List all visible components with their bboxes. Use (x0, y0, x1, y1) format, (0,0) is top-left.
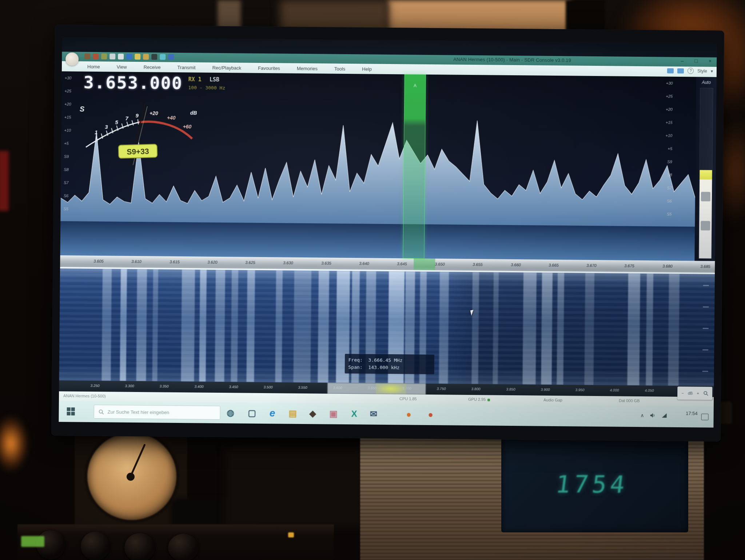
s-meter-s-label: S (80, 105, 85, 113)
window-title: ANAN Hermes (10-500) - Main - SDR Consol… (453, 57, 571, 63)
db-scale-label: +25 (64, 89, 71, 93)
quick-icon-9[interactable] (151, 54, 157, 60)
freq-tick: 3.675 (624, 264, 635, 268)
rx-filter[interactable]: 100 - 3000 Hz (188, 85, 225, 91)
rx-info: RX 1LSB 100 - 3000 Hz (188, 76, 225, 91)
waterfall-streak (294, 271, 311, 383)
minimize-icon[interactable]: – (681, 58, 684, 64)
menu-item-memories[interactable]: Memories (297, 65, 318, 71)
band-tick: 3.950 (575, 388, 585, 392)
menu-item-home[interactable]: Home (87, 64, 100, 69)
quick-icon-6[interactable] (126, 54, 132, 60)
app-logo-icon[interactable] (65, 52, 79, 65)
edge-icon[interactable]: e (266, 407, 279, 419)
magnifier-icon[interactable] (703, 391, 708, 396)
layout-icon-2[interactable] (677, 68, 684, 73)
tuning-marker-label: A (405, 83, 426, 88)
quick-icon-7[interactable] (135, 54, 140, 60)
menu-item-help[interactable]: Help (362, 66, 372, 72)
menu-item-receive[interactable]: Receive (144, 64, 161, 70)
range-slider-thumb[interactable] (699, 170, 712, 259)
window-controls[interactable]: – □ × (681, 58, 712, 64)
excel-icon[interactable]: X (348, 408, 360, 420)
menu-item-favourites[interactable]: Favourites (258, 65, 280, 71)
search-icon (99, 409, 104, 415)
maximize-icon[interactable]: □ (694, 58, 698, 64)
range-slider[interactable] (698, 88, 713, 259)
system-tray[interactable]: ∧ (640, 412, 667, 419)
db-scale-label: +15 (666, 120, 673, 125)
quick-icon-1[interactable] (84, 53, 90, 59)
gimp-icon[interactable]: ◆ (307, 407, 319, 420)
quick-icon-4[interactable] (109, 53, 115, 59)
quick-access-toolbar[interactable] (84, 53, 174, 60)
taskbar-search[interactable]: Zur Suche Text hier eingeben (94, 405, 220, 420)
quick-icon-3[interactable] (101, 53, 107, 59)
freq-tick: 3.650 (435, 262, 445, 266)
band-tick: 3.900 (541, 388, 550, 392)
freq-tick: 3.680 (662, 264, 673, 268)
chevron-down-icon: ▾ (711, 68, 713, 73)
menu-item-tools[interactable]: Tools (334, 66, 345, 71)
waterfall-streak (136, 269, 147, 381)
menu-item-rec-playback[interactable]: Rec/Playback (212, 65, 242, 71)
action-center-icon[interactable] (701, 414, 709, 420)
clock-radio-time: 1754 (554, 471, 630, 499)
layout-icon[interactable] (667, 68, 674, 73)
waterfall-streak (668, 274, 679, 386)
zoom-toolbox[interactable]: − dB + (677, 387, 712, 400)
menu-item-view[interactable]: View (117, 64, 127, 69)
explorer-icon[interactable]: ▤ (287, 407, 299, 420)
chevron-up-icon[interactable]: ∧ (640, 412, 644, 418)
quick-icon-5[interactable] (118, 54, 124, 60)
taskview-icon[interactable]: ▢ (246, 407, 258, 419)
db-scale-button[interactable]: dB (688, 391, 693, 395)
db-scale-label: S6 (665, 199, 672, 203)
quick-icon-8[interactable] (143, 54, 149, 60)
waterfall-display[interactable]: Freq: 3.666.45 MHz Span: 143.000 kHz (59, 268, 715, 386)
monitor-screen: ANAN Hermes (10-500) - Main - SDR Consol… (59, 37, 717, 428)
clock-radio-display: 1754 (501, 431, 688, 532)
network-icon[interactable] (662, 413, 667, 418)
freq-tick: 3.685 (700, 264, 710, 269)
waterfall-streak (523, 272, 537, 384)
db-scale-label: S6 (64, 193, 71, 198)
menu-right-tools[interactable]: ? Style ▾ (667, 68, 713, 74)
frequency-readout[interactable]: 3.653.000 (83, 72, 183, 93)
style-menu[interactable]: Style (697, 68, 707, 73)
zoom-in-icon[interactable]: + (697, 391, 699, 395)
quick-icon-2[interactable] (93, 53, 99, 59)
band-tick: 3.750 (437, 387, 446, 391)
waterfall-streak (231, 270, 238, 382)
spectrum-controls-column: Auto (694, 77, 716, 261)
quick-icon-10[interactable] (160, 54, 166, 60)
svg-text:1: 1 (95, 129, 97, 135)
db-scale-label: +15 (64, 115, 71, 119)
firefox-icon[interactable]: ● (403, 408, 415, 420)
quick-icon-11[interactable] (168, 54, 174, 60)
taskbar-clock[interactable]: 17:54 (686, 411, 698, 416)
mail-icon[interactable]: ✉ (367, 408, 380, 420)
orange-lamp (0, 415, 29, 473)
photos-icon[interactable]: ▣ (327, 408, 340, 420)
freq-tick: 3.615 (169, 260, 180, 264)
waterfall-streak (439, 272, 449, 384)
db-scale-label: S9 (665, 160, 672, 164)
auto-range-label[interactable]: Auto (696, 80, 717, 85)
rx-mode[interactable]: LSB (210, 76, 219, 83)
menu-item-transmit[interactable]: Transmit (178, 64, 196, 70)
waterfall-streak (557, 273, 564, 385)
start-button[interactable] (67, 407, 75, 415)
zoom-out-icon[interactable]: − (681, 391, 684, 395)
close-icon[interactable]: × (709, 58, 712, 64)
band-tick: 3.250 (90, 384, 100, 388)
tuning-marker[interactable]: A (403, 74, 426, 259)
speaker-icon[interactable] (650, 413, 656, 418)
app-icon[interactable]: ● (425, 408, 437, 421)
waterfall-streak (318, 271, 329, 383)
rx-number: RX 1 (188, 76, 202, 83)
status-cpu: CPU 1.85 (399, 396, 417, 401)
help-icon[interactable]: ? (688, 68, 694, 74)
cortana-icon[interactable]: ◍ (224, 407, 237, 419)
spectrum-display[interactable]: A 3.653.000 RX 1LSB 100 - 3000 Hz S (60, 71, 696, 261)
